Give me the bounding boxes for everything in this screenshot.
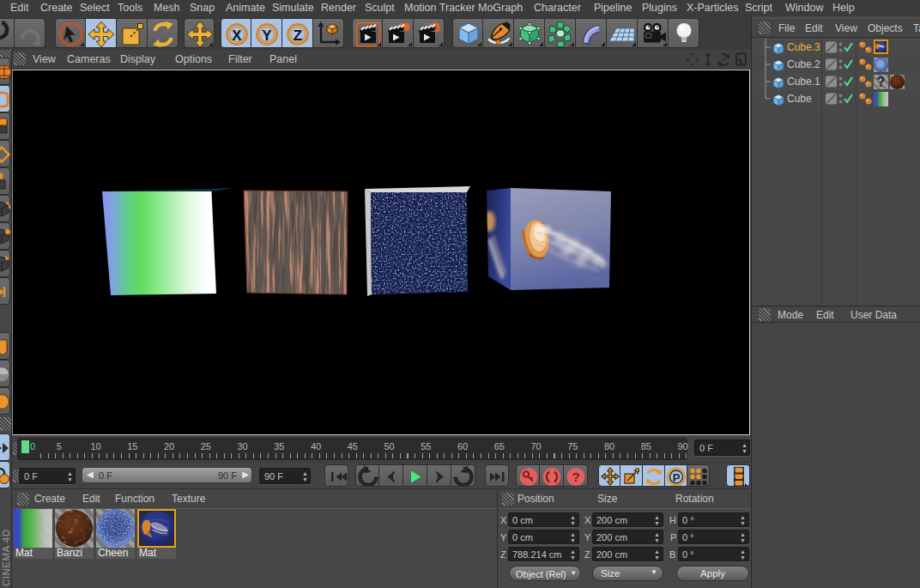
- svg-text:P: P: [673, 471, 681, 484]
- svg-text:X: X: [232, 27, 242, 44]
- svg-text:Z: Z: [294, 27, 302, 44]
- svg-text:?: ?: [572, 470, 579, 484]
- svg-text:Y: Y: [262, 27, 272, 44]
